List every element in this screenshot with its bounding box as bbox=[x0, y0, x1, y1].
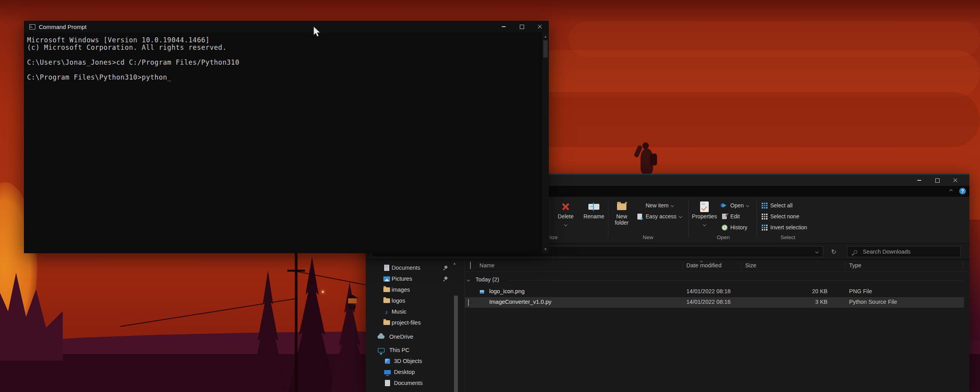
sidebar-item-pictures[interactable]: Pictures bbox=[366, 273, 465, 284]
invert-selection-button[interactable]: Invert selection bbox=[761, 223, 807, 232]
mouse-cursor-icon bbox=[313, 26, 321, 39]
group-header-today[interactable]: Today (2) bbox=[465, 276, 969, 285]
group-rule bbox=[509, 280, 963, 281]
column-header-date[interactable]: Date modified bbox=[686, 262, 721, 269]
wallpaper-pole-crossbar bbox=[287, 270, 305, 272]
search-input[interactable] bbox=[863, 249, 949, 255]
terminal-line: Microsoft Windows [Version 10.0.19044.14… bbox=[27, 36, 542, 44]
chevron-down-icon bbox=[564, 223, 567, 226]
search-icon bbox=[854, 250, 857, 254]
edit-button[interactable]: Edit bbox=[721, 212, 740, 221]
ribbon-group-label: New bbox=[628, 234, 668, 241]
sidebar-item-logos[interactable]: logos bbox=[366, 295, 465, 306]
chevron-down-icon bbox=[671, 204, 674, 207]
terminal-cursor: _ bbox=[167, 73, 172, 81]
open-button[interactable]: Open bbox=[721, 201, 749, 210]
sidebar-item-documents-pc[interactable]: Documents bbox=[366, 377, 465, 388]
open-icon bbox=[722, 203, 726, 208]
folder-icon bbox=[383, 298, 390, 303]
sidebar-item-this-pc[interactable]: This PC bbox=[366, 345, 465, 356]
command-prompt-window: Command Prompt Microsoft Windows [Versio… bbox=[24, 21, 549, 253]
chevron-down-icon bbox=[679, 215, 682, 218]
file-row-imageconverter-py[interactable]: ImageConverter_v1.0.py 14/01/2022 08:16 … bbox=[465, 297, 964, 308]
cmd-titlebar[interactable]: Command Prompt bbox=[24, 21, 549, 33]
close-button[interactable] bbox=[946, 175, 964, 186]
easy-access-button[interactable]: Easy access bbox=[636, 212, 682, 221]
select-none-button[interactable]: Select none bbox=[761, 212, 799, 221]
desktop-icon bbox=[384, 370, 391, 374]
folder-icon bbox=[383, 287, 390, 292]
sidebar-item-desktop[interactable]: Desktop bbox=[366, 367, 465, 377]
properties-button[interactable]: Properties bbox=[692, 200, 717, 234]
column-divider[interactable] bbox=[741, 263, 741, 269]
minimize-button[interactable] bbox=[910, 175, 928, 186]
history-button[interactable]: History bbox=[721, 223, 748, 232]
easy-access-icon bbox=[637, 214, 642, 220]
ribbon-divider bbox=[688, 200, 689, 238]
scroll-up-icon[interactable]: ▲ bbox=[542, 33, 549, 40]
window-title: Command Prompt bbox=[39, 24, 87, 30]
column-header-size[interactable]: Size bbox=[745, 262, 756, 269]
music-note-icon: ♪ bbox=[385, 309, 388, 315]
document-icon bbox=[384, 265, 389, 271]
terminal-line bbox=[27, 51, 542, 59]
sidebar-item-music[interactable]: ♪ Music bbox=[366, 306, 465, 317]
minimize-button[interactable] bbox=[495, 21, 513, 33]
select-all-checkbox[interactable] bbox=[470, 262, 471, 269]
column-divider[interactable] bbox=[682, 263, 683, 269]
ribbon-divider bbox=[608, 200, 608, 238]
pictures-icon bbox=[383, 276, 390, 281]
sidebar-item-3d-objects[interactable]: 3D Objects bbox=[366, 356, 465, 367]
column-header-type[interactable]: Type bbox=[849, 262, 861, 269]
new-folder-button[interactable]: New folder bbox=[610, 200, 633, 234]
wallpaper-figure-silhouette bbox=[635, 140, 658, 174]
scroll-down-icon[interactable]: ▼ bbox=[542, 246, 549, 252]
new-item-button[interactable]: New item bbox=[636, 201, 673, 210]
maximize-button[interactable] bbox=[928, 175, 946, 186]
group-collapse-icon[interactable] bbox=[467, 278, 470, 281]
wallpaper-cloud bbox=[568, 22, 980, 57]
properties-icon bbox=[700, 201, 709, 212]
wallpaper-pole bbox=[295, 253, 298, 392]
chevron-down-icon bbox=[746, 204, 749, 207]
address-dropdown-icon[interactable] bbox=[815, 250, 818, 253]
row-checkbox-checked[interactable] bbox=[468, 299, 469, 306]
cmd-scrollbar[interactable]: ▲ ▼ bbox=[542, 33, 549, 253]
terminal-line: C:\Users\Jonas_Jones>cd C:/Program Files… bbox=[27, 59, 542, 66]
ribbon-group-label: Open bbox=[704, 234, 743, 241]
pin-icon bbox=[443, 276, 448, 281]
cmd-icon bbox=[29, 24, 35, 29]
delete-button[interactable]: Delete bbox=[553, 200, 578, 234]
rename-icon bbox=[588, 204, 599, 210]
scrollbar-thumb[interactable] bbox=[543, 40, 548, 58]
collapse-ribbon-icon[interactable] bbox=[949, 189, 953, 192]
history-icon bbox=[722, 225, 728, 230]
file-row-logo-icon-png[interactable]: logo_icon.png 14/01/2022 08:18 20 KB PNG… bbox=[465, 287, 964, 297]
ribbon-divider bbox=[757, 200, 757, 238]
sidebar-item-onedrive[interactable]: OneDrive bbox=[366, 331, 465, 342]
3d-objects-icon bbox=[385, 359, 390, 364]
pin-icon bbox=[443, 265, 448, 270]
onedrive-cloud-icon bbox=[377, 335, 385, 339]
ribbon-group-label: Select bbox=[768, 234, 808, 241]
refresh-button[interactable]: ↻ bbox=[828, 246, 840, 257]
column-header-name[interactable]: Name bbox=[479, 262, 495, 269]
explorer-main: ▲ Documents Pictures images bbox=[366, 260, 969, 392]
sidebar-item-images[interactable]: images bbox=[366, 284, 465, 295]
ribbon-divider bbox=[550, 200, 550, 238]
select-none-icon bbox=[762, 214, 768, 220]
close-button[interactable] bbox=[531, 21, 549, 33]
select-all-button[interactable]: Select all bbox=[761, 201, 793, 210]
edit-icon bbox=[722, 214, 727, 219]
sidebar-item-project-files[interactable]: project-files bbox=[366, 317, 465, 328]
sidebar-item-documents[interactable]: Documents bbox=[366, 262, 465, 273]
help-icon[interactable]: ? bbox=[959, 188, 966, 194]
search-box[interactable] bbox=[847, 246, 961, 257]
maximize-button[interactable] bbox=[513, 21, 531, 33]
column-divider[interactable] bbox=[963, 263, 963, 269]
document-icon bbox=[385, 380, 390, 386]
rename-button[interactable]: Rename bbox=[581, 200, 607, 234]
desktop: ? Delete Rename New folder bbox=[0, 0, 980, 392]
terminal-line bbox=[27, 66, 542, 74]
column-divider[interactable] bbox=[845, 263, 845, 269]
